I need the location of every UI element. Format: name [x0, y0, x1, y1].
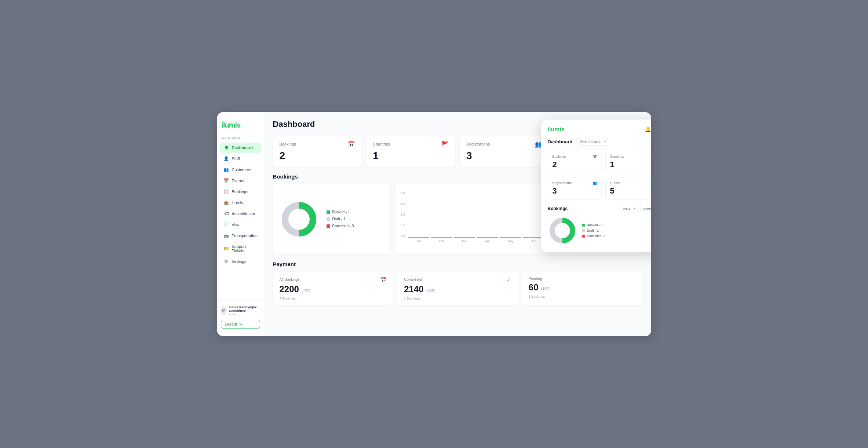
payment-currency: USD [426, 289, 435, 293]
user-details: ilumis Paralympic Committee Admin [229, 305, 260, 316]
overlay-stat-grid: Bookings 📅 2 Countries 🚩 1 Registrations… [548, 151, 651, 200]
main-menu-label: MAIN MENU [217, 137, 264, 142]
sidebar-item-settings[interactable]: ⚙ Settings [219, 256, 262, 267]
overlay-dot-draft [582, 229, 585, 232]
sidebar-item-bookings[interactable]: 📋 Bookings [219, 187, 262, 197]
stat-label: Countries [373, 142, 390, 146]
overlay-dot-booked [582, 224, 585, 227]
legend-label-cancelled: Cancelled - 0 [332, 224, 354, 228]
overlay-dot-cancelled [582, 235, 585, 238]
overlay-stat-value: 2 [552, 160, 597, 169]
sidebar-item-label: Settings [232, 259, 247, 264]
select-event-dropdown[interactable]: Select event [576, 138, 608, 146]
stat-card-header: Registrations 👥 [466, 141, 542, 148]
overlay-bookings-icon: 📅 [593, 155, 597, 158]
logout-icon: ↪ [239, 322, 242, 326]
x-label-feb: Feb [431, 239, 452, 243]
sidebar-item-label: Staff [232, 157, 240, 161]
payment-icon: 📅 [380, 277, 386, 283]
stat-value: 1 [373, 150, 449, 162]
x-label-may: May [500, 239, 521, 243]
payment-card-header: Completed ✓ [404, 277, 511, 283]
y-label: 0.0 [401, 234, 405, 238]
overlay-stat-value: 1 [610, 160, 651, 169]
settings-icon: ⚙ [224, 259, 229, 264]
avatar: iP [221, 306, 227, 315]
overlay-guests-icon: 👥 [650, 181, 651, 185]
events-icon: 📅 [224, 178, 229, 183]
stat-card-bookings: Bookings 📅 2 [273, 136, 362, 167]
bar-jan [408, 237, 429, 238]
donut-chart [279, 199, 319, 239]
hotels-icon: 🏨 [224, 200, 229, 205]
logout-label: Logout [225, 322, 237, 326]
stat-card-countries: Countries 🚩 1 [366, 136, 455, 167]
sidebar-item-visa[interactable]: 📄 Visa [219, 220, 262, 230]
sidebar-item-dashboard[interactable]: ⊞ Dashboard [219, 143, 262, 153]
app-wrapper: ilumis MAIN MENU ⊞ Dashboard 👤 Staff 👥 C… [217, 112, 651, 336]
overlay-bookings-title: Bookings [548, 206, 568, 211]
month-filter-dropdown[interactable]: Month [640, 206, 651, 212]
sidebar-item-label: Customers [232, 168, 251, 172]
x-label-apr: Apr [477, 239, 498, 243]
year-filter-dropdown[interactable]: 2024 [621, 206, 638, 212]
payment-card-header: Pending [529, 277, 636, 281]
overlay-stat-label: Countries 🚩 [610, 155, 651, 158]
overlay-icons: 🔔 ☰ [645, 126, 651, 132]
legend-label-booked: Booked - 1 [332, 210, 350, 214]
x-label-mar: Mar [454, 239, 475, 243]
sidebar-item-hotels[interactable]: 🏨 Hotels [219, 198, 262, 208]
overlay-donut-chart [548, 216, 577, 245]
countries-stat-icon: 🚩 [441, 141, 449, 148]
payment-card-completed: Completed ✓ 2140 USD 1 Bookings [397, 272, 518, 305]
overlay-stat-registrations: Registrations 👥 3 [548, 177, 602, 200]
payment-bookings-count: 1 Bookings [404, 297, 511, 300]
sidebar-item-label: Accreditation [232, 212, 255, 216]
sidebar-item-events[interactable]: 📅 Events [219, 176, 262, 186]
sidebar-item-transportation[interactable]: 🚌 Transportation [219, 231, 262, 241]
overlay-legend-label-cancelled: Cancelled - 0 [587, 234, 606, 238]
sidebar-item-customers[interactable]: 👥 Customers [219, 165, 262, 175]
sidebar-item-label: Transportation [232, 234, 258, 238]
overlay-legend: Booked - 1 Draft - 1 Cancelled - 0 [582, 223, 606, 238]
payment-label: Pending [529, 277, 542, 281]
sidebar-item-label: Events [232, 179, 244, 183]
overlay-stat-label: Registrations 👥 [552, 181, 597, 185]
donut-legend: Booked - 1 Draft - 1 Cancelled - 0 [327, 210, 354, 228]
sidebar-item-label: Support Tickets [232, 244, 257, 253]
payment-amount-row: 60 USD [529, 282, 636, 293]
user-info: iP ilumis Paralympic Committee Admin [217, 303, 264, 318]
donut-chart-card: Booked - 1 Draft - 1 Cancelled - 0 [273, 184, 390, 254]
sidebar-item-label: Dashboard [232, 146, 253, 150]
overlay-filters: 2024 Month [621, 205, 651, 212]
sidebar-item-support[interactable]: 🎫 Support Tickets [219, 242, 262, 256]
payment-amount-row: 2200 USD [280, 284, 387, 294]
dashboard-icon: ⊞ [224, 145, 229, 150]
stat-label: Registrations [466, 142, 490, 146]
overlay-registrations-icon: 👥 [593, 181, 597, 185]
sidebar-item-accreditation[interactable]: 🏷 Accreditation [219, 209, 262, 219]
sidebar-item-staff[interactable]: 👤 Staff [219, 154, 262, 164]
logout-button[interactable]: Logout ↪ [221, 320, 260, 329]
overlay-nav: Dashboard Select event [548, 138, 651, 146]
overlay-legend-label-draft: Draft - 1 [587, 229, 599, 232]
logo: ilumis [217, 118, 264, 137]
overlay-stat-value: 3 [552, 186, 597, 196]
overlay-bell-icon[interactable]: 🔔 [645, 126, 651, 132]
payment-bookings-count: 1 Bookings [529, 295, 636, 298]
x-label-jan: Jan [408, 239, 429, 243]
overlay-legend-booked: Booked - 1 [582, 223, 606, 227]
legend-label-draft: Draft - 1 [332, 217, 346, 221]
legend-cancelled: Cancelled - 0 [327, 224, 354, 228]
overlay-stat-label: Bookings 📅 [552, 155, 597, 158]
payment-section-title: Payment [273, 261, 642, 267]
payment-card-header: All Bookings 📅 [280, 277, 387, 283]
payment-label: Completed [404, 278, 422, 282]
stat-card-header: Bookings 📅 [280, 141, 355, 148]
sidebar-bottom: iP ilumis Paralympic Committee Admin Log… [217, 299, 264, 330]
payment-bookings-count: 2 Bookings [280, 297, 387, 300]
stat-card-registrations: Registrations 👥 3 [460, 136, 549, 167]
overlay-stat-label: Guests 👥 [610, 181, 651, 185]
overlay-stat-guests: Guests 👥 5 [605, 177, 651, 200]
legend-booked: Booked - 1 [327, 210, 354, 214]
